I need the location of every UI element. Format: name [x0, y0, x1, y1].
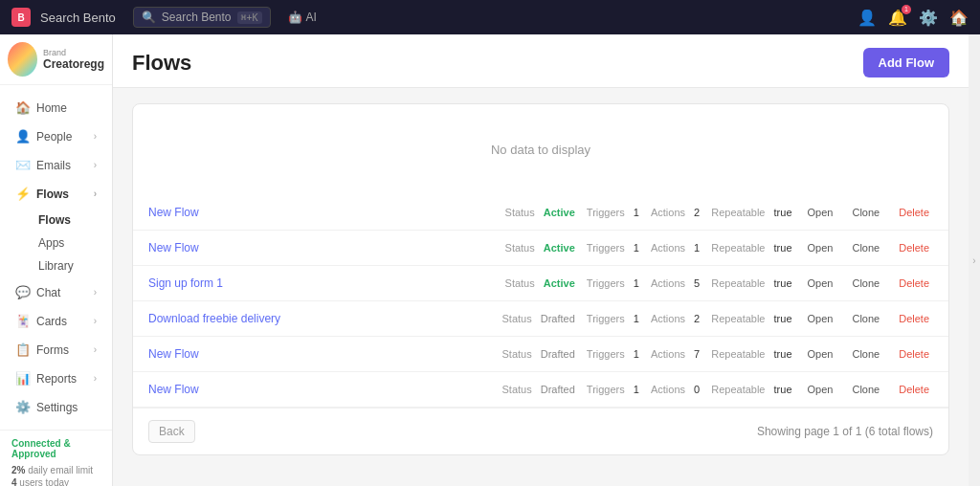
- sidebar-item-label: Home: [36, 101, 67, 115]
- flow-name[interactable]: New Flow: [148, 241, 340, 254]
- people-icon: 👤: [15, 129, 31, 144]
- reports-icon: 📊: [15, 371, 31, 386]
- sidebar-item-forms[interactable]: 📋 Forms ›: [4, 336, 108, 364]
- chevron-down-icon: ›: [94, 188, 97, 199]
- delete-button[interactable]: Delete: [895, 346, 933, 362]
- search-bar[interactable]: 🔍 Search Bento ⌘+K: [133, 7, 271, 28]
- flows-table-container: No data to display New Flow Status Activ…: [132, 103, 949, 455]
- sidebar-item-chat[interactable]: 💬 Chat ›: [4, 278, 108, 306]
- delete-button[interactable]: Delete: [895, 240, 933, 255]
- sidebar-sub-apps[interactable]: Apps: [27, 232, 112, 254]
- clone-button[interactable]: Clone: [848, 276, 883, 291]
- forms-icon: 📋: [15, 342, 31, 357]
- logo: B: [11, 8, 31, 27]
- sidebar-item-people[interactable]: 👤 People ›: [4, 122, 108, 150]
- table-row: New Flow Status Active Triggers 1 Action…: [133, 195, 948, 231]
- chevron-right-icon: ›: [94, 316, 97, 326]
- brand-name: Creatoregg: [43, 57, 104, 71]
- flow-meta: Status Drafted Triggers 1 Actions 2 Repe…: [502, 311, 934, 326]
- stat-email-limit: 2% daily email limit: [11, 465, 100, 475]
- open-button[interactable]: Open: [804, 311, 837, 326]
- notification-badge: 1: [902, 5, 911, 14]
- sidebar-item-label: Cards: [36, 315, 67, 328]
- settings-sidebar-icon: ⚙️: [15, 400, 31, 414]
- home-icon: 🏠: [15, 100, 31, 115]
- connected-badge: Connected & Approved: [11, 438, 100, 459]
- clone-button[interactable]: Clone: [848, 205, 883, 220]
- sidebar-nav: 🏠 Home 👤 People › ✉️ Emails ›: [0, 85, 112, 430]
- open-button[interactable]: Open: [804, 382, 837, 397]
- ai-button[interactable]: 🤖 AI: [288, 11, 317, 24]
- flow-meta: Status Active Triggers 1 Actions 5 Repea…: [505, 276, 933, 291]
- sidebar-item-cards[interactable]: 🃏 Cards ›: [4, 307, 108, 335]
- search-icon: 🔍: [142, 11, 156, 24]
- brand-avatar: [8, 42, 37, 77]
- sidebar-item-settings[interactable]: ⚙️ Settings: [4, 393, 108, 421]
- sidebar-item-label: Emails: [36, 159, 71, 172]
- table-row: Download freebie delivery Status Drafted…: [133, 301, 948, 337]
- delete-button[interactable]: Delete: [895, 205, 933, 220]
- sidebar-item-label: People: [36, 130, 72, 144]
- sidebar-item-label: Chat: [36, 286, 60, 299]
- chevron-right-icon: ›: [94, 287, 97, 298]
- sidebar: Brand Creatoregg 🏠 Home 👤 People ›: [0, 34, 113, 486]
- profile-icon[interactable]: 👤: [858, 9, 877, 27]
- open-button[interactable]: Open: [804, 346, 837, 362]
- brand-label: Brand: [43, 48, 104, 57]
- emails-icon: ✉️: [15, 158, 31, 172]
- clone-button[interactable]: Clone: [848, 346, 883, 362]
- notifications-icon[interactable]: 🔔 1: [888, 9, 907, 27]
- showing-text: Showing page 1 of 1 (6 total flows): [757, 425, 933, 438]
- flow-name[interactable]: New Flow: [148, 383, 340, 396]
- page-title: Flows: [132, 51, 191, 76]
- open-button[interactable]: Open: [804, 276, 837, 291]
- table-row: New Flow Status Active Triggers 1 Action…: [133, 231, 948, 266]
- clone-button[interactable]: Clone: [848, 240, 883, 255]
- flow-name[interactable]: New Flow: [148, 206, 340, 219]
- flow-meta: Status Active Triggers 1 Actions 1 Repea…: [505, 240, 933, 255]
- chevron-right-icon: ›: [94, 373, 97, 384]
- flow-name[interactable]: Sign up form 1: [148, 276, 340, 290]
- chevron-right-icon: ›: [94, 344, 97, 355]
- flows-icon: ⚡: [15, 187, 31, 201]
- flows-submenu: Flows Apps Library: [0, 209, 112, 277]
- sidebar-item-home[interactable]: 🏠 Home: [4, 94, 108, 122]
- delete-button[interactable]: Delete: [895, 382, 933, 397]
- sidebar-item-emails[interactable]: ✉️ Emails ›: [4, 151, 108, 179]
- sidebar-sub-library[interactable]: Library: [27, 254, 112, 277]
- flow-name[interactable]: New Flow: [148, 347, 340, 361]
- sidebar-item-label: Forms: [36, 343, 69, 357]
- sidebar-item-label: Flows: [36, 188, 69, 201]
- topbar: B Search Bento 🔍 Search Bento ⌘+K 🤖 AI 👤…: [0, 0, 980, 34]
- open-button[interactable]: Open: [804, 240, 837, 255]
- flow-name[interactable]: Download freebie delivery: [148, 312, 340, 325]
- sidebar-item-flows[interactable]: ⚡ Flows ›: [4, 180, 108, 208]
- table-row: New Flow Status Drafted Triggers 1 Actio…: [133, 372, 948, 408]
- sidebar-item-reports[interactable]: 📊 Reports ›: [4, 364, 108, 392]
- sidebar-brand: Brand Creatoregg: [0, 34, 112, 85]
- flow-meta: Status Drafted Triggers 1 Actions 7 Repe…: [502, 346, 934, 362]
- cards-icon: 🃏: [15, 314, 31, 328]
- flow-meta: Status Active Triggers 1 Actions 2 Repea…: [505, 205, 933, 220]
- clone-button[interactable]: Clone: [848, 382, 883, 397]
- delete-button[interactable]: Delete: [895, 311, 933, 326]
- back-button[interactable]: Back: [148, 420, 195, 443]
- sidebar-sub-flows[interactable]: Flows: [27, 209, 112, 232]
- delete-button[interactable]: Delete: [895, 276, 933, 291]
- sidebar-item-label: Reports: [36, 372, 77, 386]
- clone-button[interactable]: Clone: [848, 311, 883, 326]
- open-button[interactable]: Open: [804, 205, 837, 220]
- sidebar-item-label: Settings: [36, 401, 78, 414]
- right-sidebar-toggle[interactable]: ›: [969, 34, 980, 486]
- settings-icon[interactable]: ⚙️: [919, 9, 938, 27]
- add-flow-button[interactable]: Add Flow: [863, 48, 950, 77]
- topbar-icons: 👤 🔔 1 ⚙️ 🏠: [858, 9, 969, 27]
- table-footer: Back Showing page 1 of 1 (6 total flows): [133, 408, 948, 454]
- content-body: No data to display New Flow Status Activ…: [113, 88, 969, 486]
- home-nav-icon[interactable]: 🏠: [949, 9, 969, 27]
- table-row: New Flow Status Drafted Triggers 1 Actio…: [133, 337, 948, 372]
- stat-users: 4 users today: [11, 477, 100, 486]
- sidebar-footer: Connected & Approved 2% daily email limi…: [0, 430, 112, 486]
- table-row: Sign up form 1 Status Active Triggers 1 …: [133, 266, 948, 301]
- search-shortcut: ⌘+K: [237, 11, 262, 24]
